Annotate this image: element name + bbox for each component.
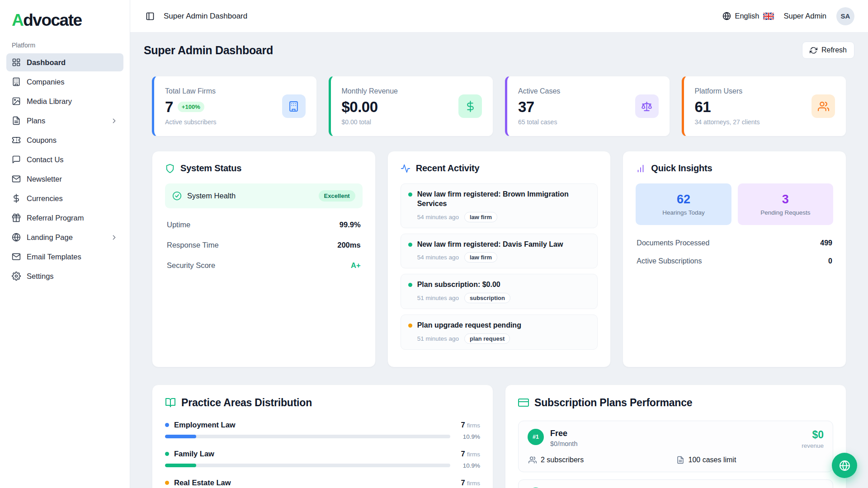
sidebar-item-label: Landing Page [27, 233, 73, 242]
sidebar-item-plans[interactable]: Plans [6, 112, 123, 130]
plan-revenue-label: revenue [802, 442, 824, 449]
metric-value: 200ms [337, 241, 360, 249]
refresh-button[interactable]: Refresh [802, 42, 854, 59]
activity-text: Plan upgrade request pending [417, 321, 521, 330]
card-title: Recent Activity [416, 163, 480, 174]
plan-name: Free [550, 429, 577, 438]
activity-item: New law firm registered: Davis Family La… [401, 234, 598, 269]
activity-tag: law firm [464, 212, 497, 222]
status-dot [408, 192, 412, 197]
logo-rest: dvocate [23, 11, 81, 29]
card-title: System Status [180, 163, 241, 174]
insight-label: Pending Requests [742, 209, 829, 216]
recent-activity-card: Recent Activity New law firm registered:… [387, 151, 611, 367]
sidebar-item-companies[interactable]: Companies [6, 73, 123, 91]
sidebar-item-settings[interactable]: Settings [6, 267, 123, 285]
plan-row-free: #1 Free $0/month $0 revenue 2 subscr [518, 421, 833, 472]
language-selector[interactable]: English [722, 12, 774, 20]
practice-row-real-estate-law: Real Estate Law 7firms 10.9% [165, 479, 480, 488]
sidebar-item-label: Dashboard [27, 58, 66, 67]
stat-subtext: 34 attorneys, 27 clients [695, 118, 812, 126]
sidebar-section-label: Platform [6, 42, 123, 53]
practice-row-employment-law: Employment Law 7firms 10.9% [165, 421, 480, 440]
page-title: Super Admin Dashboard [144, 44, 273, 57]
book-open-icon [165, 397, 176, 408]
sidebar-item-email-templates[interactable]: Email Templates [6, 248, 123, 266]
metric-row-response-time: Response Time 200ms [165, 235, 363, 255]
gear-icon [12, 272, 21, 281]
insight-value: 3 [742, 192, 829, 206]
user-name: Super Admin [784, 12, 826, 20]
practice-count: 7firms [461, 479, 480, 487]
file-text-icon [12, 116, 21, 125]
insight-row-subscriptions: Active Subscriptions 0 [636, 252, 833, 270]
metric-label: Uptime [167, 221, 190, 229]
sidebar-item-newsletter[interactable]: Newsletter [6, 170, 123, 188]
sidebar-item-coupons[interactable]: Coupons [6, 131, 123, 149]
card-title: Practice Areas Distribution [181, 397, 312, 409]
sidebar-item-label: Currencies [27, 194, 63, 203]
activity-text: New law firm registered: Davis Family La… [417, 240, 563, 249]
sidebar-item-label: Settings [27, 272, 54, 281]
system-health-row: System Health Excellent [165, 183, 363, 208]
stat-label: Platform Users [695, 87, 812, 95]
system-status-card: System Status System Health Excellent Up… [152, 151, 376, 367]
plan-rank-badge: #1 [528, 429, 544, 445]
progress-fill [165, 464, 196, 467]
stat-card-monthly-revenue: Monthly Revenue $0.00 $0.00 total [329, 76, 494, 136]
card-title: Quick Insights [651, 163, 712, 174]
activity-time: 51 minutes ago [417, 335, 459, 342]
chat-bubble-icon [12, 155, 21, 164]
shield-icon [165, 164, 175, 174]
users-icon [528, 456, 537, 464]
chevron-right-icon [110, 234, 118, 241]
bar-chart-icon [636, 164, 646, 174]
dollar-icon [458, 94, 482, 118]
stat-value: 61 [695, 99, 711, 116]
bottom-row: Practice Areas Distribution Employment L… [152, 385, 846, 488]
practice-count: 7firms [461, 450, 480, 458]
users-icon [811, 94, 835, 118]
gift-icon [12, 213, 21, 222]
sidebar-item-label: Media Library [27, 97, 72, 106]
plan-row-starter: #2 Starter $29.99/month $59.98 revenue [518, 479, 833, 488]
sidebar-item-contact-us[interactable]: Contact Us [6, 150, 123, 169]
practice-percent: 10.9% [457, 433, 480, 440]
activity-text: New law firm registered: Brown Immigrati… [417, 190, 590, 209]
stat-value: $0.00 [342, 99, 378, 116]
practice-name: Real Estate Law [174, 479, 456, 487]
image-icon [12, 97, 21, 106]
building-icon [12, 77, 21, 86]
stat-card-active-cases: Active Cases 37 65 total cases [505, 76, 670, 136]
floating-action-button[interactable] [832, 453, 857, 478]
legend-dot [165, 452, 169, 456]
insight-value: 62 [640, 192, 726, 206]
sidebar-item-currencies[interactable]: Currencies [6, 189, 123, 207]
insight-row-label: Documents Processed [637, 239, 709, 247]
sidebar-item-referral-program[interactable]: Referral Program [6, 209, 123, 227]
sidebar-item-landing-page[interactable]: Landing Page [6, 228, 123, 246]
insight-box-pending-requests: 3 Pending Requests [738, 183, 833, 225]
sidebar-toggle-button[interactable] [144, 10, 156, 23]
practice-row-family-law: Family Law 7firms 10.9% [165, 450, 480, 469]
mail-icon [12, 252, 21, 261]
stat-value: 37 [518, 99, 534, 116]
sidebar-item-dashboard[interactable]: Dashboard [6, 53, 123, 71]
stat-growth-badge: +100% [178, 102, 204, 112]
file-icon [676, 456, 684, 464]
main-area: Super Admin Dashboard English Super Admi… [130, 0, 868, 488]
insight-row-value: 0 [828, 257, 832, 265]
activity-tag: plan request [464, 333, 510, 344]
overview-row: System Status System Health Excellent Up… [152, 151, 846, 367]
activity-text: Plan subscription: $0.00 [417, 280, 500, 290]
activity-time: 54 minutes ago [417, 214, 459, 221]
activity-tag: subscription [464, 293, 510, 303]
plan-cases-limit: 100 cases limit [676, 456, 824, 464]
insight-label: Hearings Today [640, 209, 726, 216]
sidebar-item-media-library[interactable]: Media Library [6, 92, 123, 110]
avatar[interactable]: SA [836, 7, 854, 25]
practice-name: Family Law [174, 450, 456, 458]
status-dot [408, 324, 412, 328]
practice-name: Employment Law [174, 421, 456, 429]
building-icon [282, 94, 306, 118]
